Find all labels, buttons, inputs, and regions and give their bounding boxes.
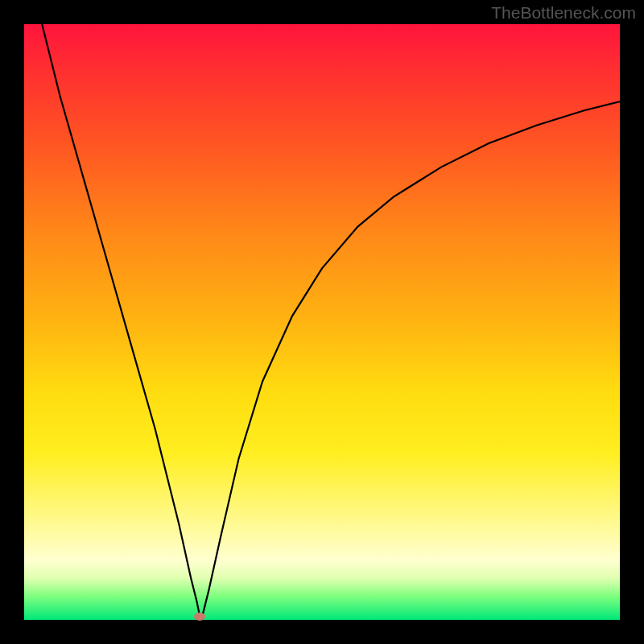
optimal-point-marker	[194, 613, 205, 621]
chart-plot-area	[24, 24, 620, 620]
watermark-text: TheBottleneck.com	[491, 3, 636, 23]
bottleneck-curve	[24, 24, 620, 620]
